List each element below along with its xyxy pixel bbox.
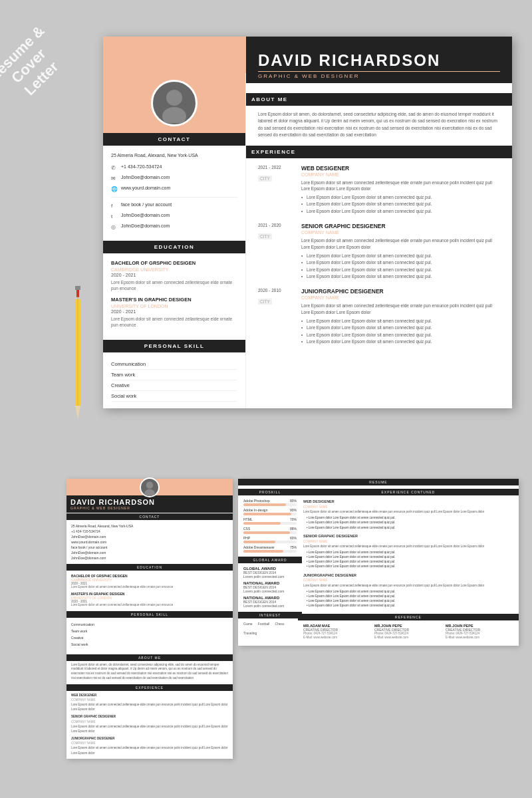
mini-skill-3: Creative [71, 634, 228, 641]
proskill-1: Adobe Photoshop 80% [243, 499, 297, 506]
skill-section: Communication Team work Creative Social … [103, 352, 245, 408]
exp-bullet-1-3: Lore Epsom dolor Lore Epsom dolor sit am… [301, 208, 500, 215]
mini-exp-role-2: SENIOR GRAPHIC DESIGENER [71, 714, 228, 719]
cont-exp-desc-1: Lore Epsom dolor sit amen connected zell… [303, 509, 513, 514]
avatar [151, 80, 198, 126]
proskill-2: Adobe In-design 90% [243, 508, 297, 515]
exp-bullet-3-3: Lore Epsom dolor Lore Epsom dolor sit am… [301, 332, 500, 338]
interest-2: Football [258, 622, 270, 626]
exp-bullet-3-2: Lore Epsom dolor Lore Epsom dolor sit am… [301, 325, 500, 331]
extra-top: RESUME PROSKILL Adobe Photoshop 80% [238, 479, 519, 646]
mini-fb: face book / your account [71, 545, 228, 550]
mini-contact-header: CONTACT [66, 513, 233, 520]
mini-avatar [140, 477, 160, 497]
contact-email: ✉ JohnDoe@domain.com [111, 174, 237, 182]
exp-bullet-2-2: Lore Epsom dolor Lore Epsom dolor sit am… [301, 259, 500, 266]
exp-bullet-2-1: Lore Epsom dolor Lore Epsom dolor sit am… [301, 253, 500, 259]
exp-desc-2: Lore Epsom dolor sit amen connected zell… [301, 237, 500, 251]
mini-exp-header: EXPERIENCE [66, 684, 233, 691]
watermark: Resume & Cover Letter [0, 23, 73, 110]
award-3: NATIONAL AWARD BEST DESIGEN 2014 Lorem p… [243, 596, 297, 608]
main-resume-card: RESUME CONTACT 25 Almeria Road, Alexand,… [103, 37, 512, 408]
mini-skill-4: Social work [71, 641, 228, 648]
interest-1: Game [243, 622, 253, 626]
mini-exp-role-3: JUNIORGRAPHIC DESIGENER [71, 736, 228, 741]
mini-exp-section: EXPERIENCE WEB DESIGENER COMPANY NAME Lo… [66, 684, 233, 759]
exp-bullet-2-4: Lore Epsom dolor Lore Epsom dolor sit am… [301, 273, 500, 280]
skill-1: Communication [111, 359, 237, 370]
svg-marker-2 [75, 406, 80, 419]
cont-exp-company-1: COMPANY NAME [303, 505, 513, 509]
right-content: DAVID RICHARDSON GRAPHIC & WEB DESIGNER … [246, 73, 512, 408]
contact-twitter: t JohnDoe@domain.com [111, 212, 237, 220]
pencil-decoration [73, 286, 82, 419]
proskill-5: PHP 60% [243, 536, 297, 543]
reference-header: REFERENCE [298, 614, 519, 620]
cont-exp-role-2: SENIOR GRAPHIC DESIGENER [303, 533, 513, 539]
second-page: DAVID RICHARDSON GRAPHIC & WEB DESIGNER … [66, 479, 519, 759]
about-header: ABOUT ME [246, 93, 512, 106]
edu-degree-2: MASTER'S IN GRAPHIC DESIGEN [111, 297, 237, 303]
mini-exp-company-1: COMPANY NAME [71, 698, 228, 702]
mini-skill-2: Team work [71, 628, 228, 634]
mini-phone: +1 434-720-534724 [71, 529, 228, 534]
instagram-icon: ◎ [111, 223, 118, 231]
mini-exp-company-3: COMPANY NAME [71, 741, 228, 745]
mini-exp-role-1: WEB DESIGENER [71, 693, 228, 698]
contact-header: CONTACT [103, 133, 245, 146]
exp-desc-3: Lore Epsom dolor sit amen connected zell… [301, 303, 500, 316]
left-header-pink [103, 37, 246, 73]
award-1: GLOBAL AWARD BEST DESIGEN 2014 Lorem poi… [243, 567, 297, 579]
mini-skill-1: Communication [71, 621, 228, 628]
mini-about-section: ABOUT ME Lore Epsom dolor sit amen, do d… [66, 651, 233, 684]
interest-3: Chess [275, 622, 284, 626]
candidate-name: DAVID RICHARDSON [258, 51, 500, 70]
exp-bullet-3-4: Lore Epsom dolor Lore Epsom dolor sit am… [301, 338, 500, 345]
cont-exp-company-3: COMPANY NAME [303, 578, 513, 583]
skill-4: Social work [111, 391, 237, 402]
cont-exp-company-2: COMPANY NAME [303, 539, 513, 544]
cont-exp-desc-3: Lore Epsom dolor sit amen connected zell… [303, 583, 513, 588]
edu-year-2: 2020 - 2021 [111, 309, 237, 314]
proskill-header: PROSKILL [238, 489, 302, 495]
exp-company-3: COMPANY NAME [301, 295, 500, 300]
exp-year-2: 2021 - 2020 [258, 223, 301, 227]
about-text: Lore Epsom dolor sit amen, do dolorstarn… [258, 111, 500, 139]
reference-grid: MR.ADAM MAE CREATIVE DIRECTOR Phone: 042… [303, 624, 513, 641]
exp-year-col-2: 2021 - 2020 CITY [258, 223, 301, 280]
contact-website: 🌐 www.yourd.domain.com [111, 185, 237, 193]
edu-degree-1: BACHELOR OF GRSPHIC DESIGEN [111, 260, 237, 266]
extra-resume-label: RESUME [238, 479, 519, 485]
web-icon: 🌐 [111, 186, 118, 193]
mini-edu-section: BACHELOR OF GRSPHIC DESIGEN CAMBRIDGE UN… [66, 571, 233, 611]
exp-bullet-3-1: Lore Epsom dolor Lore Epsom dolor sit am… [301, 318, 500, 325]
phone-icon: ✆ [111, 164, 118, 172]
exp-bullet-1-2: Lore Epsom dolor Lore Epsom dolor sit am… [301, 201, 500, 207]
mini-fb2: JohnDoe@domain.com [71, 550, 228, 555]
svg-point-8 [146, 481, 153, 488]
proskill-col: PROSKILL Adobe Photoshop 80% Adobe In-de… [243, 489, 297, 640]
mini-contact-section: 25 Almeria Road, Alexand, New York-USA +… [66, 520, 233, 564]
exp-company-2: COMPANY NAME [301, 230, 500, 235]
mini-edu-desc-1: Lore Epsom dolor sit amen connected zell… [71, 585, 228, 589]
facebook-icon: f [111, 202, 118, 209]
exp-role-3: JUNIORGRAPHIC DESIGENER [301, 288, 500, 295]
mini-skill-header: PERSONAL SKILL [66, 611, 233, 618]
left-sidebar: CONTACT 25 Almeria Road, Alexand, New Yo… [103, 73, 246, 408]
cont-exp-role-1: WEB DESIGENER [303, 499, 513, 505]
award-2: NATIONAL AWARD BEST DESIGEN 2014 Lorem p… [243, 581, 297, 593]
mini-candidate-name: DAVID RICHARDSON [70, 498, 229, 506]
mini-address: 25 Almeria Road, Alexand, New York-USA [71, 523, 228, 529]
exp-continued-col: EXPERIENCE CONTUNED WEB DESIGENER COMPAN… [303, 489, 513, 640]
skill-3: Creative [111, 380, 237, 391]
contact-section: 25 Almeria Road, Alexand, New York-USA ✆… [103, 146, 245, 241]
experience-header: EXPERIENCE [246, 146, 512, 158]
mini-edu-desc-2: Lore Epsom dolor sit amen connected zell… [71, 603, 228, 607]
mini-email: JohnDoe@domain.com [71, 534, 228, 539]
ref-2: MR.JOHN PEPE CREATIVE DIRECTOR Phone: 04… [374, 624, 442, 641]
proskill-4: CSS 88% [243, 527, 297, 534]
exp-year-3: 2020 - 2010 [258, 288, 301, 293]
second-extra: RESUME PROSKILL Adobe Photoshop 80% [238, 479, 519, 759]
mini-skill-section: Communication Team work Creative Social … [66, 618, 233, 651]
exp-continued-header: EXPERIENCE CONTUNED [298, 489, 519, 495]
